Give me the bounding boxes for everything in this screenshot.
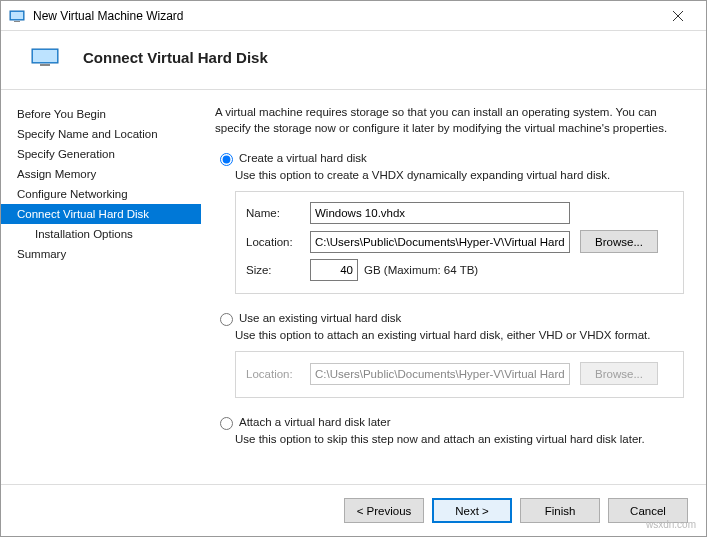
- existing-vhd-group: Location: Browse...: [235, 351, 684, 398]
- intro-text: A virtual machine requires storage so th…: [215, 104, 684, 136]
- sidebar-item-configure-networking[interactable]: Configure Networking: [1, 184, 201, 204]
- previous-button[interactable]: < Previous: [344, 498, 424, 523]
- option-attach-later[interactable]: Attach a virtual hard disk later: [215, 414, 684, 430]
- size-label: Size:: [246, 264, 310, 276]
- browse-button[interactable]: Browse...: [580, 230, 658, 253]
- sidebar-item-installation-options[interactable]: Installation Options: [1, 224, 201, 244]
- content-pane: A virtual machine requires storage so th…: [201, 90, 706, 484]
- close-button[interactable]: [658, 2, 698, 30]
- titlebar: New Virtual Machine Wizard: [1, 1, 706, 31]
- footer: < Previous Next > Finish Cancel: [1, 484, 706, 536]
- size-input[interactable]: [310, 259, 358, 281]
- name-input[interactable]: [310, 202, 570, 224]
- radio-existing-vhd-label: Use an existing virtual hard disk: [239, 312, 401, 324]
- existing-location-input: [310, 363, 570, 385]
- radio-create-vhd-label: Create a virtual hard disk: [239, 152, 367, 164]
- window-title: New Virtual Machine Wizard: [33, 9, 658, 23]
- sidebar-item-connect-vhd[interactable]: Connect Virtual Hard Disk: [1, 204, 201, 224]
- svg-rect-6: [33, 50, 57, 62]
- step-sidebar: Before You Begin Specify Name and Locati…: [1, 90, 201, 484]
- option-attach-later-desc: Use this option to skip this step now an…: [235, 433, 684, 445]
- option-create-vhd-desc: Use this option to create a VHDX dynamic…: [235, 169, 684, 181]
- option-existing-vhd-desc: Use this option to attach an existing vi…: [235, 329, 684, 341]
- create-vhd-group: Name: Location: Browse... Size: GB (Maxi…: [235, 191, 684, 294]
- sidebar-item-assign-memory[interactable]: Assign Memory: [1, 164, 201, 184]
- name-label: Name:: [246, 207, 310, 219]
- option-existing-vhd[interactable]: Use an existing virtual hard disk: [215, 310, 684, 326]
- page-header: Connect Virtual Hard Disk: [1, 31, 706, 90]
- option-create-vhd[interactable]: Create a virtual hard disk: [215, 150, 684, 166]
- page-title: Connect Virtual Hard Disk: [83, 49, 268, 66]
- wizard-window: New Virtual Machine Wizard Connect Virtu…: [0, 0, 707, 537]
- existing-browse-button: Browse...: [580, 362, 658, 385]
- app-icon: [9, 8, 25, 24]
- location-input[interactable]: [310, 231, 570, 253]
- header-icon: [29, 47, 61, 67]
- radio-existing-vhd[interactable]: [220, 313, 233, 326]
- body: Before You Begin Specify Name and Locati…: [1, 90, 706, 484]
- svg-rect-1: [11, 12, 23, 19]
- existing-location-label: Location:: [246, 368, 310, 380]
- sidebar-item-specify-name[interactable]: Specify Name and Location: [1, 124, 201, 144]
- radio-attach-later-label: Attach a virtual hard disk later: [239, 416, 391, 428]
- radio-attach-later[interactable]: [220, 417, 233, 430]
- location-label: Location:: [246, 236, 310, 248]
- sidebar-item-before-you-begin[interactable]: Before You Begin: [1, 104, 201, 124]
- sidebar-item-summary[interactable]: Summary: [1, 244, 201, 264]
- watermark: wsxdn.com: [646, 519, 696, 530]
- sidebar-item-specify-generation[interactable]: Specify Generation: [1, 144, 201, 164]
- radio-create-vhd[interactable]: [220, 153, 233, 166]
- svg-rect-7: [40, 64, 50, 66]
- finish-button[interactable]: Finish: [520, 498, 600, 523]
- next-button[interactable]: Next >: [432, 498, 512, 523]
- svg-rect-2: [14, 21, 20, 22]
- size-suffix: GB (Maximum: 64 TB): [364, 264, 478, 276]
